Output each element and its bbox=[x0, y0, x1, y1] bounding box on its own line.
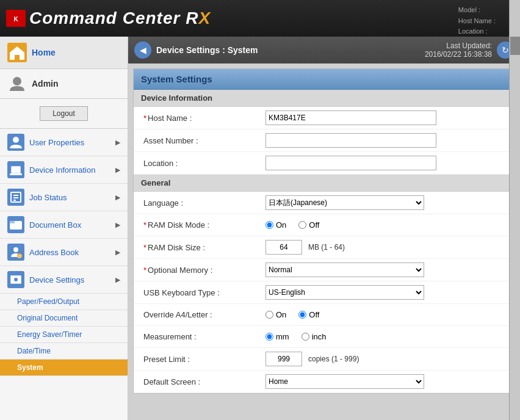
svg-rect-8 bbox=[10, 173, 22, 175]
logout-button[interactable]: Logout bbox=[40, 106, 88, 121]
select-optional-memory[interactable]: NormalPriority bbox=[265, 262, 424, 277]
form-label-asset-number: Asset Number : bbox=[143, 136, 265, 145]
header: K Command Center RX Model : Host Name : … bbox=[0, 0, 520, 37]
form-row-location: Location : bbox=[134, 152, 515, 175]
sections-container: Device InformationHost Name :Asset Numbe… bbox=[134, 90, 515, 393]
sidebar: Home Admin Logout User Properties ▶ Devi… bbox=[0, 37, 128, 420]
radio-item-measurement-inch[interactable]: inch bbox=[302, 332, 327, 341]
home-link[interactable]: Home bbox=[32, 48, 56, 57]
radio-item-ram-disk-mode-on[interactable]: On bbox=[265, 220, 286, 230]
radio-item-measurement-mm[interactable]: mm bbox=[265, 332, 289, 341]
form-control-default-screen: HomeCopySend bbox=[265, 374, 505, 389]
model-info: Model : bbox=[458, 5, 496, 16]
last-updated-label: Last Updated: bbox=[425, 42, 492, 50]
breadcrumb-left: ◀ Device Settings : System bbox=[134, 42, 258, 59]
form-label-ram-disk-mode: RAM Disk Mode : bbox=[143, 220, 265, 230]
last-updated: Last Updated: 2016/02/22 16:38:38 bbox=[425, 42, 492, 59]
input-ram-disk-size[interactable] bbox=[265, 240, 302, 255]
form-control-usb-keyboard-type: US-English bbox=[265, 285, 505, 300]
hostname-info: Host Name : bbox=[458, 16, 496, 27]
radio-group-measurement: mminch bbox=[265, 332, 327, 341]
form-control-asset-number bbox=[265, 133, 505, 148]
form-label-preset-limit: Preset Limit : bbox=[143, 355, 265, 364]
form-row-ram-disk-mode: RAM Disk Mode :OnOff bbox=[134, 214, 515, 236]
last-updated-value: 2016/02/22 16:38:38 bbox=[425, 50, 492, 59]
form-label-host-name: Host Name : bbox=[143, 114, 265, 123]
form-control-ram-disk-size: MB (1 - 64) bbox=[265, 240, 505, 255]
settings-title: System Settings bbox=[134, 69, 515, 90]
sidebar-item-device-information[interactable]: Device Information ▶ bbox=[0, 156, 128, 184]
input-location[interactable] bbox=[265, 156, 436, 170]
svg-point-3 bbox=[13, 77, 21, 85]
form-label-language: Language : bbox=[143, 198, 265, 208]
form-label-location: Location : bbox=[143, 159, 265, 168]
nav-label-user-properties: User Properties bbox=[29, 138, 110, 147]
select-usb-keyboard-type[interactable]: US-English bbox=[265, 285, 424, 300]
sidebar-item-address-book[interactable]: @ Address Book ▶ bbox=[0, 239, 128, 266]
chevron-icon-device-settings: ▶ bbox=[115, 276, 120, 284]
radio-ram-disk-mode-on[interactable] bbox=[265, 221, 273, 229]
nav-label-job-status: Job Status bbox=[29, 193, 110, 202]
radio-item-ram-disk-mode-off[interactable]: Off bbox=[298, 220, 319, 230]
sidebar-item-device-settings[interactable]: Device Settings ▶ bbox=[0, 266, 128, 294]
radio-override-a4-letter-on[interactable] bbox=[265, 311, 273, 319]
brand-text: Command Center RX bbox=[29, 9, 211, 28]
breadcrumb-right: Last Updated: 2016/02/22 16:38:38 ↻ bbox=[425, 42, 514, 59]
section-device-information: Device InformationHost Name :Asset Numbe… bbox=[134, 90, 515, 175]
form-label-override-a4-letter: Override A4/Letter : bbox=[143, 310, 265, 319]
sidebar-item-job-status[interactable]: Job Status ▶ bbox=[0, 184, 128, 211]
form-row-optional-memory: Optional Memory :NormalPriority bbox=[134, 259, 515, 281]
sidebar-sub-item-paper-feed-output[interactable]: Paper/Feed/Output bbox=[0, 294, 128, 310]
sidebar-item-user-properties[interactable]: User Properties ▶ bbox=[0, 129, 128, 156]
radio-measurement-inch[interactable] bbox=[302, 333, 309, 341]
sidebar-sub-item-date-time[interactable]: Date/Time bbox=[0, 343, 128, 360]
radio-item-override-a4-letter-off[interactable]: Off bbox=[298, 310, 319, 319]
input-preset-limit[interactable] bbox=[265, 352, 302, 366]
sidebar-item-document-box[interactable]: Document Box ▶ bbox=[0, 211, 128, 239]
select-language[interactable]: 日本語(Japanese)English bbox=[265, 195, 424, 210]
form-control-ram-disk-mode: OnOff bbox=[265, 220, 505, 230]
sidebar-sub-item-energy-saver-timer[interactable]: Energy Saver/Timer bbox=[0, 327, 128, 343]
breadcrumb-text: Device Settings : System bbox=[156, 45, 258, 55]
input-asset-number[interactable] bbox=[265, 133, 436, 148]
chevron-icon-user-properties: ▶ bbox=[115, 139, 120, 147]
section-header-general: General bbox=[134, 175, 515, 192]
kyocera-emblem: K bbox=[6, 10, 26, 27]
input-host-name[interactable] bbox=[265, 110, 436, 125]
section-header-device-information: Device Information bbox=[134, 90, 515, 107]
sidebar-home[interactable]: Home bbox=[0, 37, 128, 69]
svg-rect-16 bbox=[10, 221, 15, 223]
location-info: Location : bbox=[458, 26, 496, 37]
form-label-default-screen: Default Screen : bbox=[143, 377, 265, 386]
radio-item-override-a4-letter-on[interactable]: On bbox=[265, 310, 286, 319]
radio-ram-disk-mode-off[interactable] bbox=[298, 221, 306, 229]
chevron-icon-address-book: ▶ bbox=[115, 248, 120, 256]
form-label-measurement: Measurement : bbox=[143, 332, 265, 341]
form-row-language: Language :日本語(Japanese)English bbox=[134, 192, 515, 214]
sidebar-sub-item-original-document[interactable]: Original Document bbox=[0, 310, 128, 327]
form-label-ram-disk-size: RAM Disk Size : bbox=[143, 243, 265, 252]
settings-panel: System Settings Device InformationHost N… bbox=[133, 68, 515, 394]
svg-text:@: @ bbox=[17, 253, 22, 259]
form-row-asset-number: Asset Number : bbox=[134, 129, 515, 152]
scrollbar[interactable] bbox=[509, 0, 520, 420]
kyocera-logo: K Command Center RX bbox=[6, 9, 211, 28]
unit-preset-limit: copies (1 - 999) bbox=[308, 355, 359, 363]
nav-label-device-settings: Device Settings bbox=[29, 275, 110, 284]
radio-measurement-mm[interactable] bbox=[265, 333, 273, 341]
radio-group-override-a4-letter: OnOff bbox=[265, 310, 319, 319]
breadcrumb-bar: ◀ Device Settings : System Last Updated:… bbox=[128, 37, 520, 63]
form-control-measurement: mminch bbox=[265, 332, 505, 341]
header-info: Model : Host Name : Location : bbox=[458, 5, 496, 37]
svg-point-18 bbox=[13, 247, 18, 252]
svg-point-5 bbox=[13, 137, 19, 143]
section-general: GeneralLanguage :日本語(Japanese)EnglishRAM… bbox=[134, 175, 515, 393]
radio-override-a4-letter-off[interactable] bbox=[298, 311, 306, 319]
sidebar-sub-item-system[interactable]: System bbox=[0, 360, 128, 376]
form-control-language: 日本語(Japanese)English bbox=[265, 195, 505, 210]
select-default-screen[interactable]: HomeCopySend bbox=[265, 374, 424, 389]
nav-label-device-information: Device Information bbox=[29, 165, 110, 175]
chevron-icon-document-box: ▶ bbox=[115, 221, 120, 229]
back-button[interactable]: ◀ bbox=[134, 42, 151, 59]
scrollbar-thumb[interactable] bbox=[510, 37, 520, 55]
